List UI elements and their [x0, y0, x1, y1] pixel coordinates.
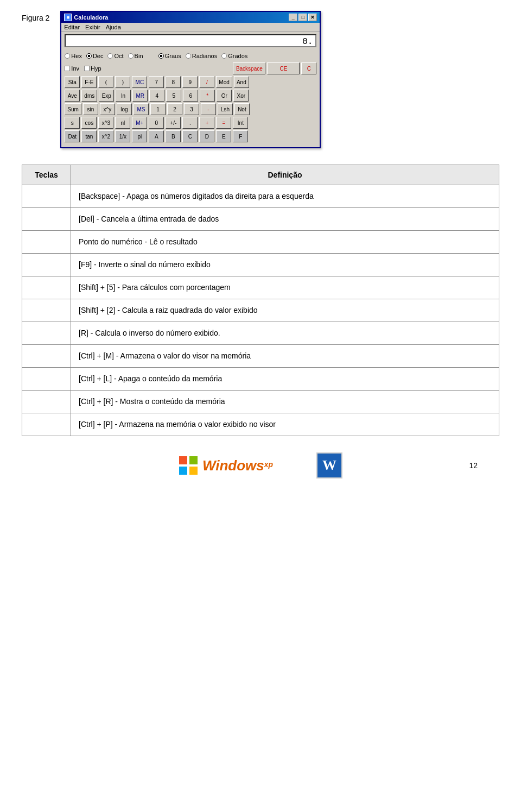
btn-mr[interactable]: MR — [132, 90, 148, 102]
btn-xpow2[interactable]: x^2 — [98, 130, 113, 142]
menu-ajuda[interactable]: Ajuda — [106, 24, 121, 30]
btn-int[interactable]: Int — [233, 117, 248, 129]
reference-table: Teclas Definição [Backspace] - Apaga os … — [22, 165, 499, 436]
radio-bin-label: Bin — [135, 53, 143, 59]
btn-backspace[interactable]: Backspace — [233, 62, 265, 74]
checkbox-inv[interactable]: Inv — [65, 62, 79, 74]
table-row: [R] - Calcula o inverso do número exibid… — [22, 322, 499, 345]
btn-0[interactable]: 0 — [149, 117, 164, 129]
btn-open-paren[interactable]: ( — [98, 76, 113, 88]
checkbox-hyp[interactable]: Hyp — [84, 62, 101, 74]
btn-xpowy[interactable]: x^y — [100, 103, 115, 115]
btn-mc[interactable]: MC — [132, 76, 147, 88]
table-row: [Ctrl] + [M] - Armazena o valor do visor… — [22, 345, 499, 368]
radio-hex-label: Hex — [71, 53, 82, 59]
btn-sin[interactable]: sin — [83, 103, 98, 115]
spacer1 — [103, 62, 118, 74]
table-cell-definition: [R] - Calcula o inverso do número exibid… — [71, 322, 499, 345]
btn-not[interactable]: Not — [234, 103, 250, 115]
btn-dot[interactable]: . — [182, 117, 198, 129]
minimize-button[interactable]: _ — [289, 14, 297, 21]
btn-fe[interactable]: F-E — [81, 76, 97, 88]
btn-6[interactable]: 6 — [183, 90, 198, 102]
menu-editar[interactable]: Editar — [64, 24, 80, 30]
btn-7[interactable]: 7 — [149, 76, 164, 88]
close-button[interactable]: ✕ — [308, 14, 317, 21]
btn-mod[interactable]: Mod — [216, 76, 232, 88]
xp-text: xp — [264, 460, 273, 469]
btn-sta[interactable]: Sta — [65, 76, 80, 88]
windows-xp-logo: Windowsxp — [179, 456, 273, 475]
table-row: [Del] - Cancela a última entrada de dado… — [22, 208, 499, 231]
btn-9[interactable]: 9 — [182, 76, 198, 88]
btn-ce[interactable]: CE — [267, 62, 300, 74]
btn-a[interactable]: A — [149, 130, 164, 142]
btn-minus[interactable]: - — [201, 103, 216, 115]
btn-4[interactable]: 4 — [149, 90, 164, 102]
btn-1[interactable]: 1 — [150, 103, 166, 115]
menu-exibir[interactable]: Exibir — [85, 24, 100, 30]
calc-body: Hex Dec Oct Bin Graus — [61, 49, 320, 147]
radio-bin[interactable]: Bin — [128, 53, 143, 59]
btn-mplus[interactable]: M+ — [132, 117, 147, 129]
btn-8[interactable]: 8 — [166, 76, 181, 88]
btn-d[interactable]: D — [199, 130, 214, 142]
btn-c[interactable]: C — [182, 130, 198, 142]
btn-plus[interactable]: + — [199, 117, 214, 129]
btn-lsh[interactable]: Lsh — [218, 103, 233, 115]
maximize-button[interactable]: □ — [298, 14, 307, 21]
table-cell-definition: [Ctrl] + [L] - Apaga o conteúdo da memór… — [71, 368, 499, 391]
table-cell-key — [22, 254, 71, 276]
radio-radianos[interactable]: Radianos — [186, 53, 217, 59]
btn-5[interactable]: 5 — [166, 90, 181, 102]
calc-icon: ■ — [64, 14, 72, 21]
radio-oct[interactable]: Oct — [107, 53, 123, 59]
table-row: [Shift] + [5] - Para cálculos com porcen… — [22, 276, 499, 299]
btn-tan[interactable]: tan — [81, 130, 97, 142]
btn-b[interactable]: B — [166, 130, 181, 142]
btn-3[interactable]: 3 — [184, 103, 199, 115]
btn-c[interactable]: C — [301, 62, 316, 74]
btn-equals[interactable]: = — [216, 117, 231, 129]
radio-grados[interactable]: Grados — [221, 53, 247, 59]
btn-dat[interactable]: Dat — [65, 130, 80, 142]
btn-dms[interactable]: dms — [81, 90, 97, 102]
btn-divide[interactable]: / — [199, 76, 214, 88]
btn-multiply[interactable]: * — [200, 90, 215, 102]
btn-log[interactable]: log — [117, 103, 132, 115]
btn-ln[interactable]: ln — [116, 90, 131, 102]
btn-sum[interactable]: Sum — [65, 103, 81, 115]
btn-or[interactable]: Or — [217, 90, 232, 102]
btn-and[interactable]: And — [234, 76, 249, 88]
radio-graus[interactable]: Graus — [158, 53, 181, 59]
radio-grados-label: Grados — [228, 53, 247, 59]
btn-plusminus[interactable]: +/- — [166, 117, 181, 129]
btn-ms[interactable]: MS — [134, 103, 149, 115]
btn-exp[interactable]: Exp — [99, 90, 114, 102]
radio-hex[interactable]: Hex — [65, 53, 82, 59]
btn-e[interactable]: E — [216, 130, 231, 142]
btn-s[interactable]: s — [65, 117, 80, 129]
btn-row-2: Ave dms Exp ln MR 4 5 6 * Or Xor — [65, 90, 316, 102]
footer-wrapper: Windowsxp W 12 — [22, 452, 499, 479]
btn-cos[interactable]: cos — [81, 117, 97, 129]
calc-titlebar: ■ Calculadora _ □ ✕ — [61, 12, 320, 23]
calculator-window: ■ Calculadora _ □ ✕ Editar Exibir Ajuda … — [60, 11, 321, 148]
btn-ave[interactable]: Ave — [65, 90, 80, 102]
btn-xpow3[interactable]: x^3 — [98, 117, 113, 129]
btn-xor[interactable]: Xor — [233, 90, 249, 102]
btn-2[interactable]: 2 — [167, 103, 182, 115]
page-number: 12 — [469, 461, 478, 470]
word-icon-letter: W — [322, 457, 336, 474]
table-cell-key — [22, 413, 71, 436]
btn-pi[interactable]: pi — [132, 130, 147, 142]
radio-grados-circle — [221, 53, 227, 59]
radio-dec[interactable]: Dec — [86, 53, 104, 59]
btn-nl[interactable]: nl — [115, 117, 130, 129]
btn-1overx[interactable]: 1/x — [115, 130, 130, 142]
svg-rect-3 — [189, 467, 198, 475]
btn-close-paren[interactable]: ) — [115, 76, 130, 88]
btn-f[interactable]: F — [233, 130, 248, 142]
footer-logos: Windowsxp W — [179, 452, 342, 479]
windows-text-group: Windowsxp — [202, 457, 273, 474]
